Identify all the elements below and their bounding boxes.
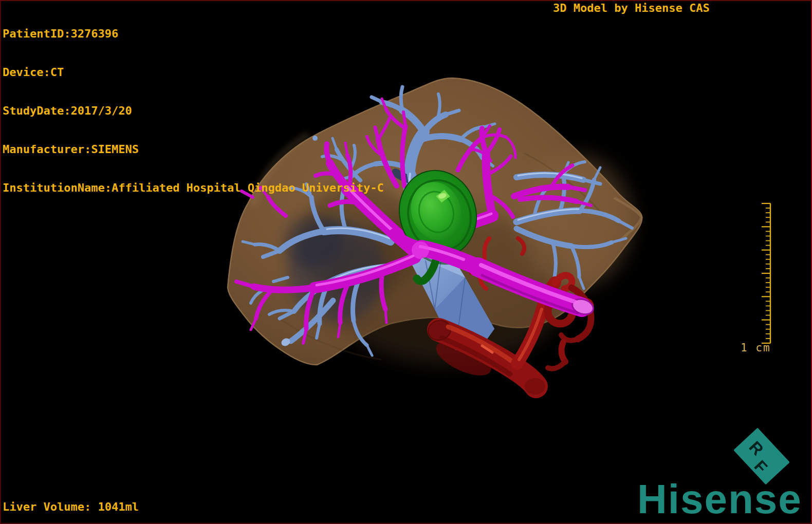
patient-info-block: PatientID:3276396 Device:CT StudyDate:20… [3, 2, 384, 207]
institution-line: InstitutionName:Affiliated Hospital Qing… [3, 181, 384, 194]
scale-bar-label: 1 cm [741, 342, 771, 354]
scale-bar [762, 203, 770, 343]
device-line: Device:CT [3, 66, 384, 79]
patient-id-line: PatientID:3276396 [3, 27, 384, 40]
viewer-title: 3D Model by Hisense CAS [553, 2, 710, 14]
liver-volume-readout: Liver Volume: 1041ml [3, 500, 139, 513]
manufacturer-line: Manufacturer:SIEMENS [3, 143, 384, 156]
hisense-wordmark: Hisense [637, 479, 802, 520]
study-date-line: StudyDate:2017/3/20 [3, 104, 384, 117]
